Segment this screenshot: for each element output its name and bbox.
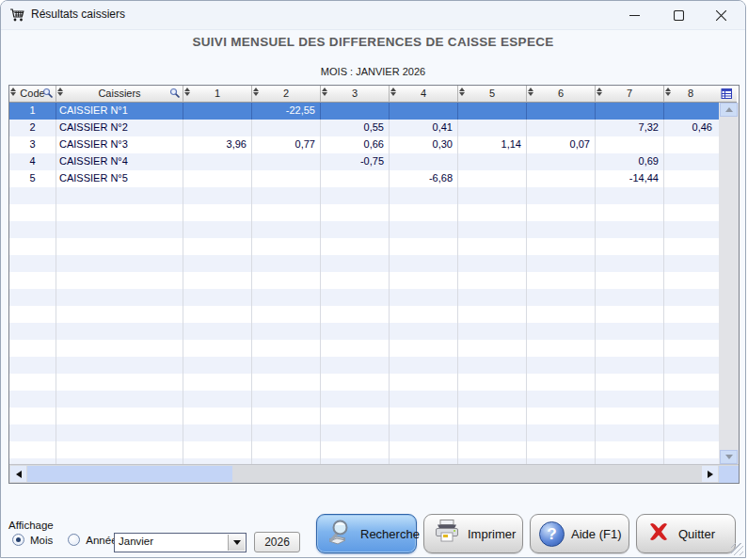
- cell-day-3: -0,75: [321, 153, 390, 170]
- cell-day-8: [664, 323, 717, 340]
- cell-day-3: 0,55: [321, 120, 390, 136]
- cell-day-5: [458, 170, 527, 187]
- cell-day-6: [527, 357, 596, 374]
- empty-row: [9, 408, 739, 424]
- table-row[interactable]: 4CAISSIER N°4-0,750,69: [9, 153, 739, 170]
- cell-day-5: [458, 103, 527, 120]
- cell-day-5: [458, 357, 527, 374]
- cell-code: [9, 238, 56, 255]
- column-header-8[interactable]: 8: [664, 86, 717, 103]
- affichage-label: Affichage: [8, 520, 54, 531]
- resize-grip[interactable]: [731, 543, 743, 555]
- cell-day-8: [664, 221, 717, 238]
- column-header-5[interactable]: 5: [458, 86, 527, 103]
- quitter-button[interactable]: Quitter: [636, 514, 736, 553]
- column-chooser-icon[interactable]: [717, 86, 737, 103]
- cell-day-7: [596, 357, 664, 374]
- cell-day-3: [321, 289, 390, 306]
- horizontal-scroll-thumb[interactable]: [27, 466, 232, 482]
- cell-code: [9, 340, 56, 357]
- cell-day-7: [596, 391, 664, 408]
- aide-button[interactable]: ? Aide (F1): [530, 514, 629, 553]
- horizontal-scrollbar[interactable]: [9, 464, 739, 483]
- cell-day-2: [252, 120, 321, 136]
- column-header-7[interactable]: 7: [596, 86, 664, 103]
- table-row[interactable]: 5CAISSIER N°5-6,68-14,44: [9, 170, 739, 187]
- cell-day-1: [183, 441, 252, 458]
- table-row[interactable]: 1CAISSIER N°1-22,55: [9, 103, 739, 120]
- radio-annee[interactable]: [68, 534, 80, 546]
- empty-row: [9, 391, 739, 408]
- cell-day-7: [596, 204, 664, 221]
- month-select[interactable]: Janvier: [114, 533, 247, 552]
- title-bar[interactable]: Résultats caissiers: [1, 1, 745, 30]
- cell-day-6: [527, 289, 596, 306]
- filter-magnifier-icon[interactable]: [42, 88, 54, 103]
- cell-day-4: [390, 424, 458, 441]
- cell-day-7: [596, 272, 664, 289]
- column-header-1[interactable]: 1: [183, 86, 252, 103]
- cell-caissier: [56, 306, 183, 323]
- sort-icon: [253, 88, 259, 96]
- minimize-button[interactable]: [613, 1, 656, 29]
- cell-code: 5: [9, 170, 56, 187]
- month-select-value: Janvier: [119, 536, 153, 547]
- filter-magnifier-icon[interactable]: [169, 88, 181, 103]
- cell-day-4: [390, 221, 458, 238]
- scroll-down-button[interactable]: [720, 450, 738, 464]
- chevron-down-icon[interactable]: [228, 535, 245, 551]
- radio-mois[interactable]: [12, 534, 24, 546]
- cell-day-3: [321, 221, 390, 238]
- cell-day-5: [458, 289, 527, 306]
- column-header-caissiers[interactable]: Caissiers: [56, 86, 183, 103]
- vertical-scrollbar[interactable]: [719, 103, 739, 464]
- imprimer-button[interactable]: Imprimer: [423, 514, 523, 553]
- cell-day-6: [527, 120, 596, 136]
- cell-day-6: [527, 408, 596, 424]
- column-header-4[interactable]: 4: [390, 86, 458, 103]
- scroll-left-button[interactable]: [10, 466, 26, 482]
- cell-day-8: [664, 441, 717, 458]
- close-button[interactable]: [700, 1, 742, 29]
- scroll-right-button[interactable]: [702, 466, 718, 482]
- cell-day-2: [252, 204, 321, 221]
- sort-icon: [57, 88, 63, 96]
- help-icon: ?: [539, 521, 565, 547]
- cell-day-1: [183, 153, 252, 170]
- empty-row: [9, 374, 739, 391]
- cell-day-4: [390, 238, 458, 255]
- cell-day-2: 0,77: [252, 136, 321, 153]
- year-field[interactable]: 2026: [254, 532, 300, 552]
- cell-day-5: [458, 221, 527, 238]
- column-header-6[interactable]: 6: [527, 86, 596, 103]
- cell-code: [9, 255, 56, 272]
- cell-day-2: [252, 272, 321, 289]
- cell-day-2: [252, 424, 321, 441]
- column-header-code[interactable]: Code: [9, 86, 56, 103]
- column-header-3[interactable]: 3: [321, 86, 390, 103]
- cell-day-7: 0,69: [596, 153, 664, 170]
- cell-day-1: 3,96: [183, 136, 252, 153]
- cell-day-4: -6,68: [390, 170, 458, 187]
- cell-day-6: [527, 221, 596, 238]
- cell-day-7: [596, 238, 664, 255]
- cell-day-4: [390, 204, 458, 221]
- column-header-2[interactable]: 2: [252, 86, 321, 103]
- cell-day-6: [527, 255, 596, 272]
- cell-day-3: [321, 272, 390, 289]
- cell-day-1: [183, 408, 252, 424]
- cell-day-8: [664, 238, 717, 255]
- cell-day-6: [527, 424, 596, 441]
- table-row[interactable]: 3CAISSIER N°33,960,770,660,301,140,07: [9, 136, 739, 153]
- cell-day-8: [664, 255, 717, 272]
- scroll-up-button[interactable]: [720, 103, 738, 117]
- cell-day-7: [596, 340, 664, 357]
- table-row[interactable]: 2CAISSIER N°20,550,417,320,46: [9, 120, 739, 136]
- recherche-button[interactable]: Recherche: [316, 514, 417, 553]
- cell-day-6: [527, 340, 596, 357]
- cell-day-1: [183, 289, 252, 306]
- maximize-button[interactable]: [658, 1, 700, 29]
- cell-day-7: [596, 306, 664, 323]
- cell-day-4: [390, 357, 458, 374]
- cell-day-7: [596, 221, 664, 238]
